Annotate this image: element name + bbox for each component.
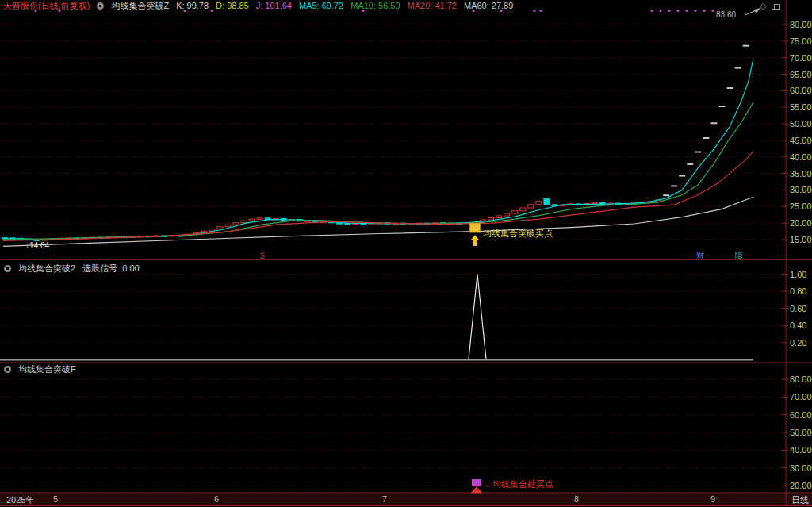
ma60-value: MA60: 27.89: [464, 1, 513, 11]
price-tick-label: 40.00: [790, 152, 812, 162]
month-label: 9: [710, 494, 715, 504]
price-tick-label: 70.00: [790, 53, 812, 63]
kdj-k-value: K: 99.78: [176, 1, 209, 11]
last-price-label: 83.60: [716, 10, 736, 20]
signal-tick-label: 0.20: [790, 338, 806, 348]
event-marker[interactable]: $: [260, 252, 265, 260]
signal-tick-label: 0.40: [790, 321, 806, 330]
ma5-value: MA5: 69.72: [299, 1, 343, 11]
f-panel-header: 均线集合突破F: [4, 364, 76, 374]
year-label: 2025年: [6, 494, 34, 506]
price-tick-label: 55.00: [790, 102, 812, 112]
chart-canvas[interactable]: [0, 0, 812, 507]
f-tick-label: 40.00: [790, 445, 812, 455]
f-tick-label: 60.00: [790, 410, 812, 420]
indicator-settings-icon[interactable]: [97, 2, 104, 10]
kdj-d-value: D: 98.85: [216, 1, 249, 11]
diamond-icon[interactable]: ◇: [760, 1, 766, 11]
stock-chart-window: 天普股份(日线,前复权) 均线集合突破Z K: 99.78 D: 98.85 J…: [0, 0, 812, 507]
price-tick-label: 35.00: [790, 169, 812, 179]
price-tick-label: 25.00: [790, 202, 812, 211]
ma-cluster-buy-point-label: ←均线集合处买点: [484, 479, 553, 489]
window-icon[interactable]: [772, 2, 779, 11]
period-label[interactable]: 日线: [791, 494, 809, 506]
f-tick-label: 50.00: [790, 428, 812, 437]
signal-panel-settings-icon[interactable]: [4, 265, 11, 272]
event-marker[interactable]: 隐: [735, 251, 743, 259]
f-tick-label: 70.00: [790, 392, 812, 401]
price-tick-label: 65.00: [790, 70, 812, 79]
main-chart-header: 天普股份(日线,前复权) 均线集合突破Z K: 99.78 D: 98.85 J…: [3, 1, 513, 11]
signal-indicator-name[interactable]: 均线集合突破2: [18, 263, 75, 274]
stock-title: 天普股份(日线,前复权): [3, 1, 90, 11]
event-marker[interactable]: 财: [696, 251, 704, 259]
signal-tick-label: 1.00: [790, 270, 806, 279]
price-tick-label: 80.00: [790, 20, 812, 29]
signal-indicator-value: 选股信号: 0.00: [82, 263, 140, 274]
month-label: 7: [382, 494, 387, 504]
price-tick-label: 30.00: [790, 185, 812, 194]
ma10-value: MA10: 56.50: [350, 1, 400, 11]
month-label: 5: [53, 494, 58, 504]
month-label: 8: [574, 494, 579, 504]
signal-tick-label: 0.80: [790, 286, 806, 296]
price-tick-label: 45.00: [790, 136, 812, 145]
price-tick-label: 50.00: [790, 119, 812, 129]
main-indicator-name[interactable]: 均线集合突破Z: [111, 1, 169, 11]
signal-tick-label: 0.60: [790, 304, 806, 313]
kdj-j-value: J: 101.64: [256, 1, 292, 11]
price-tick-label: 60.00: [790, 86, 812, 95]
window-icon-glyph: [772, 2, 779, 10]
top-right-toolbar: ◇: [760, 1, 779, 11]
ma20-value: MA20: 41.72: [408, 1, 457, 11]
f-panel-settings-icon[interactable]: [4, 366, 11, 373]
f-tick-label: 20.00: [790, 481, 812, 490]
f-tick-label: 30.00: [790, 463, 812, 473]
month-label: 6: [214, 494, 219, 504]
f-indicator-name[interactable]: 均线集合突破F: [18, 364, 76, 374]
signal-panel-header: 均线集合突破2 选股信号: 0.00: [4, 263, 140, 274]
f-tick-label: 80.00: [790, 374, 812, 384]
lowest-price-label: ↓14.64: [25, 241, 49, 251]
breakout-buy-point-label: 均线集合突破买点: [483, 229, 553, 238]
price-tick-label: 15.00: [790, 235, 812, 244]
price-tick-label: 75.00: [790, 36, 812, 46]
price-tick-label: 20.00: [790, 218, 812, 228]
